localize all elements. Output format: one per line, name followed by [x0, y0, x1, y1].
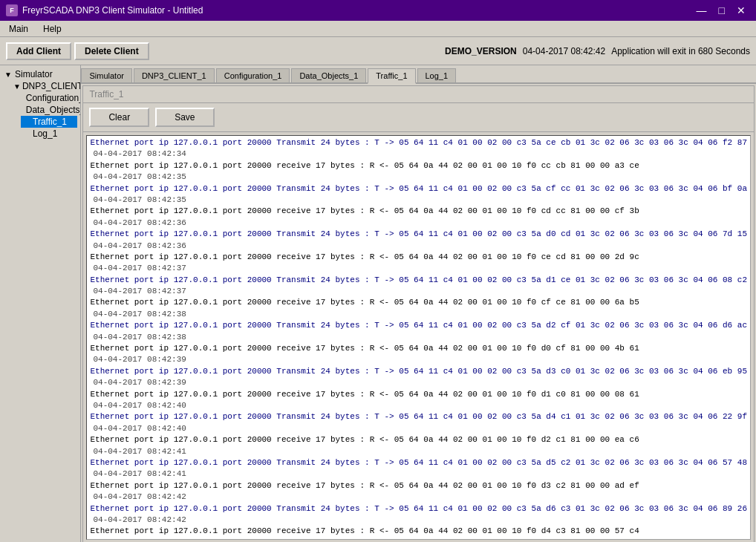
sidebar-label-simulator: Simulator: [15, 69, 53, 79]
log-line: Ethernet port ip 127.0.0.1 port 20000 Tr…: [90, 457, 747, 468]
log-line: 04-04-2017 08:42:38: [93, 332, 747, 343]
log-line: Ethernet port ip 127.0.0.1 port 20000 re…: [90, 389, 747, 400]
sidebar-label-log: Log_1: [33, 128, 57, 139]
close-button[interactable]: ✕: [732, 5, 750, 16]
log-line: Ethernet port ip 127.0.0.1 port 20000 re…: [90, 297, 747, 308]
tree-toggle-config: [22, 94, 25, 102]
tab-configuration[interactable]: Configuration_1: [216, 68, 290, 82]
log-line: 04-04-2017 08:42:39: [93, 354, 747, 365]
log-line: 04-04-2017 08:42:35: [93, 195, 747, 206]
sidebar-item-dnp3client[interactable]: ▼ DNP3_CLIENT_1: [12, 80, 77, 92]
log-line: Ethernet port ip 127.0.0.1 port 20000 re…: [90, 480, 747, 492]
demo-version-label: DEMO_VERSION: [445, 46, 517, 56]
sidebar-label-configuration: Configuration_1: [26, 93, 82, 103]
main-content: ▼ Simulator ▼ DNP3_CLIENT_1 Configuratio…: [0, 65, 756, 542]
log-line: 04-04-2017 08:42:36: [93, 218, 747, 229]
clear-button[interactable]: Clear: [89, 108, 149, 127]
window-title: FreyrSCADA DNP3 Client Simulator - Untit…: [22, 5, 203, 16]
title-bar: F FreyrSCADA DNP3 Client Simulator - Unt…: [0, 0, 756, 21]
sidebar-item-configuration[interactable]: Configuration_1: [21, 92, 77, 104]
traffic-panel: Traffic_1 Clear Save Ethernet port ip 12…: [82, 85, 755, 542]
tab-traffic[interactable]: Traffic_1: [368, 68, 415, 84]
tab-bar: Simulator DNP3_CLIENT_1 Configuration_1 …: [81, 65, 756, 84]
menu-help[interactable]: Help: [37, 22, 68, 36]
sidebar-label-traffic: Traffic_1: [33, 117, 67, 127]
sidebar-item-log[interactable]: Log_1: [21, 128, 77, 140]
log-line: Ethernet port ip 127.0.0.1 port 20000 Tr…: [90, 411, 747, 422]
log-line: Ethernet port ip 127.0.0.1 port 20000 Tr…: [90, 183, 747, 195]
log-line: Ethernet port ip 127.0.0.1 port 20000 re…: [90, 252, 747, 263]
log-line: 04-04-2017 08:42:35: [93, 172, 747, 183]
window-controls: — □ ✕: [692, 5, 750, 16]
log-line: 04-04-2017 08:42:38: [93, 309, 747, 320]
log-line: Ethernet port ip 127.0.0.1 port 20000 re…: [90, 160, 747, 172]
delete-client-button[interactable]: Delete Client: [74, 42, 149, 60]
toolbar: Add Client Delete Client DEMO_VERSION 04…: [0, 37, 756, 65]
log-line: Ethernet port ip 127.0.0.1 port 20000 Tr…: [90, 275, 747, 286]
countdown-value: 680: [698, 46, 713, 56]
log-line: 04-04-2017 08:42:37: [93, 263, 747, 274]
tab-log[interactable]: Log_1: [417, 68, 457, 82]
sidebar-item-simulator[interactable]: ▼ Simulator: [3, 68, 77, 80]
toolbar-buttons: Add Client Delete Client: [6, 42, 149, 60]
log-line: Ethernet port ip 127.0.0.1 port 20000 re…: [90, 343, 747, 354]
log-line: 04-04-2017 08:42:41: [93, 446, 747, 457]
log-line: 04-04-2017 08:42:36: [93, 241, 747, 252]
log-line: 04-04-2017 08:42:41: [93, 468, 747, 480]
log-line: Ethernet port ip 127.0.0.1 port 20000 re…: [90, 434, 747, 445]
tree-toggle-dnp3client: ▼: [13, 82, 21, 91]
menu-bar: Main Help: [0, 21, 756, 37]
log-line: 04-04-2017 08:42:40: [93, 400, 747, 411]
log-line: 04-04-2017 08:42:34: [93, 148, 747, 160]
tab-dnp3client[interactable]: DNP3_CLIENT_1: [134, 68, 215, 82]
datetime-label: 04-04-2017 08:42:42: [523, 46, 605, 56]
log-line: Ethernet port ip 127.0.0.1 port 20000 Tr…: [90, 320, 747, 331]
tree-toggle-simulator: ▼: [4, 71, 13, 79]
tree-toggle-traffic: [22, 118, 31, 126]
traffic-panel-title: Traffic_1: [83, 86, 754, 103]
toolbar-status: DEMO_VERSION 04-04-2017 08:42:42 Applica…: [445, 46, 750, 56]
app-icon: F: [6, 4, 18, 16]
tab-simulator[interactable]: Simulator: [81, 68, 131, 82]
tree-toggle-dataobjects: [22, 106, 25, 114]
sidebar: ▼ Simulator ▼ DNP3_CLIENT_1 Configuratio…: [0, 65, 81, 542]
exit-info-label: Application will exit in 680 Seconds: [611, 46, 750, 56]
log-line: 04-04-2017 08:42:42: [93, 492, 747, 503]
traffic-toolbar: Clear Save: [83, 103, 754, 132]
log-line: 04-04-2017 08:42:39: [93, 377, 747, 388]
log-line: Ethernet port ip 127.0.0.1 port 20000 re…: [90, 526, 747, 537]
maximize-button[interactable]: □: [714, 5, 729, 16]
log-line: 04-04-2017 08:42:42: [93, 515, 747, 526]
sidebar-item-dataobjects[interactable]: Data_Objects_1: [21, 104, 77, 116]
log-area[interactable]: Ethernet port ip 127.0.0.1 port 20000 Tr…: [86, 135, 751, 540]
log-line: Ethernet port ip 127.0.0.1 port 20000 Tr…: [90, 229, 747, 240]
sidebar-item-traffic[interactable]: Traffic_1: [21, 116, 77, 128]
sidebar-label-dataobjects: Data_Objects_1: [26, 105, 82, 115]
sidebar-label-dnp3client: DNP3_CLIENT_1: [22, 81, 82, 91]
right-panel: Simulator DNP3_CLIENT_1 Configuration_1 …: [81, 65, 756, 542]
tree-toggle-log: [22, 130, 31, 138]
log-line: Ethernet port ip 127.0.0.1 port 20000 Tr…: [90, 366, 747, 377]
minimize-button[interactable]: —: [692, 5, 711, 16]
save-button[interactable]: Save: [155, 108, 214, 127]
log-line: Ethernet port ip 127.0.0.1 port 20000 Tr…: [90, 137, 747, 148]
log-line: 04-04-2017 08:42:40: [93, 423, 747, 434]
log-line: 04-04-2017 08:42:37: [93, 286, 747, 297]
log-line: Ethernet port ip 127.0.0.1 port 20000 re…: [90, 206, 747, 217]
add-client-button[interactable]: Add Client: [6, 42, 71, 60]
tab-dataobjects[interactable]: Data_Objects_1: [291, 68, 366, 82]
menu-main[interactable]: Main: [3, 22, 34, 36]
log-line: Ethernet port ip 127.0.0.1 port 20000 Tr…: [90, 503, 747, 515]
